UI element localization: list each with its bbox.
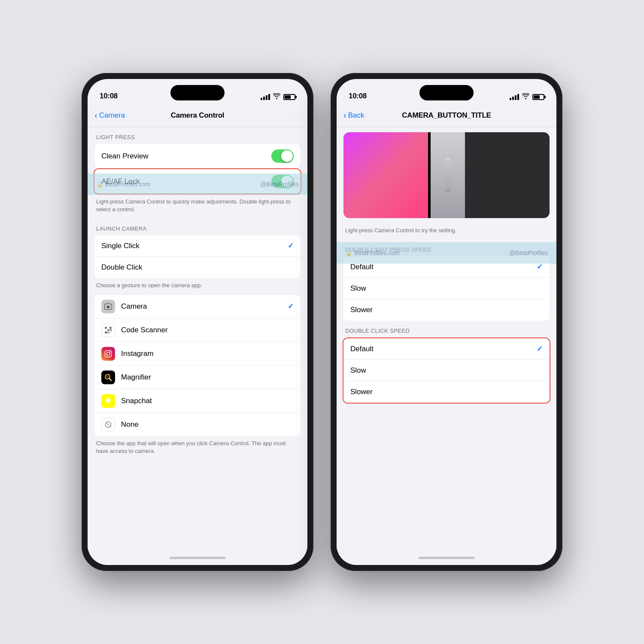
app-row-scanner[interactable]: Code Scanner	[94, 319, 301, 342]
status-icons-1	[261, 93, 295, 100]
nav-bar-2: ‹ Back CAMERA_BUTTON_TITLE	[337, 104, 556, 127]
dlps-default-label: Default	[350, 263, 374, 271]
instagram-app-label: Instagram	[121, 349, 294, 358]
light-press-group: Clean Preview	[94, 144, 301, 168]
aeaf-lock-row[interactable]: AE/AF Lock	[94, 169, 301, 194]
snapchat-app-label: Snapchat	[121, 397, 294, 405]
nav-title-1: Camera Control	[171, 111, 225, 120]
wifi-icon-2	[522, 93, 529, 100]
nav-title-2: CAMERA_BUTTON_TITLE	[402, 111, 491, 120]
app-row-snapchat[interactable]: Snapchat	[94, 389, 301, 413]
preview-pink	[343, 132, 428, 218]
nav-bar-1: ‹ Camera Camera Control	[88, 104, 307, 127]
launch-camera-description: Choose a gesture to open the camera app.	[88, 278, 307, 295]
dcs-default-check: ✓	[537, 344, 543, 353]
instagram-app-icon	[101, 347, 115, 361]
wifi-icon-1	[273, 93, 280, 100]
svg-point-7	[109, 351, 110, 352]
signal-icon-1	[261, 94, 270, 100]
svg-point-0	[107, 305, 110, 308]
back-label-2: Back	[348, 111, 365, 120]
dcs-slower-row[interactable]: Slower	[343, 381, 550, 403]
clean-preview-label: Clean Preview	[101, 152, 149, 161]
section-header-launch-camera: LAUNCH CAMERA	[88, 219, 307, 235]
dlps-slow-row[interactable]: Slow	[343, 278, 550, 299]
phone1: 10:08	[82, 73, 313, 571]
apps-group: Camera ✓ Code	[94, 295, 301, 436]
app-row-magnifier[interactable]: Magnifier	[94, 366, 301, 389]
svg-rect-1	[105, 327, 107, 328]
single-click-label: Single Click	[101, 242, 140, 250]
section-header-dcs: DOUBLE CLICK SPEED	[337, 321, 556, 337]
none-app-icon	[101, 418, 115, 431]
status-time-1: 10:08	[100, 92, 118, 100]
app-row-none[interactable]: None	[94, 413, 301, 436]
magnifier-app-icon	[101, 371, 115, 384]
aeaf-lock-group-highlighted: AE/AF Lock	[94, 168, 301, 194]
double-light-press-group: Default ✓ Slow Slower	[343, 256, 550, 321]
app-row-camera[interactable]: Camera ✓	[94, 295, 301, 319]
double-click-speed-highlighted: Default ✓ Slow Slower	[343, 337, 550, 404]
dcs-default-row[interactable]: Default ✓	[343, 338, 550, 360]
snapchat-app-icon	[101, 394, 115, 408]
status-time-2: 10:08	[349, 92, 367, 100]
preview-caption: Light-press Camera Control to try the se…	[337, 223, 556, 240]
status-icons-2	[510, 93, 544, 100]
section-header-light-press: LIGHT PRESS	[88, 127, 307, 144]
phone2: 10:08	[331, 73, 562, 571]
back-chevron-1: ‹	[94, 111, 97, 119]
svg-rect-4	[107, 329, 109, 331]
double-click-label: Double Click	[101, 263, 142, 272]
none-app-label: None	[121, 420, 294, 429]
home-indicator-2	[337, 550, 556, 565]
back-button-1[interactable]: ‹ Camera	[94, 111, 125, 120]
clean-preview-row[interactable]: Clean Preview	[94, 144, 301, 168]
preview-silver	[431, 132, 465, 218]
single-click-check: ✓	[288, 241, 294, 250]
phone1-content: LIGHT PRESS Clean Preview AE/AF Lock	[88, 127, 307, 550]
dcs-slow-label: Slow	[350, 366, 366, 375]
aeaf-lock-label: AE/AF Lock	[101, 177, 140, 186]
back-label-1: Camera	[99, 111, 125, 120]
back-chevron-2: ‹	[343, 111, 346, 119]
single-click-row[interactable]: Single Click ✓	[94, 235, 301, 257]
double-click-speed-wrapper: Default ✓ Slow Slower	[343, 337, 550, 404]
scanner-app-icon	[101, 323, 115, 337]
apps-description: Choose the app that will open when you c…	[88, 436, 307, 460]
signal-icon-2	[510, 94, 519, 100]
scanner-app-label: Code Scanner	[121, 326, 294, 334]
light-press-description: Light-press Camera Control to quickly ma…	[88, 194, 307, 219]
dcs-default-label: Default	[350, 345, 374, 353]
dlps-default-row[interactable]: Default ✓	[343, 256, 550, 278]
dlps-slower-row[interactable]: Slower	[343, 299, 550, 321]
preview-button	[444, 158, 452, 192]
phone1-screen: 10:08	[88, 79, 307, 565]
magnifier-app-label: Magnifier	[121, 373, 294, 382]
svg-rect-3	[105, 331, 107, 333]
svg-rect-5	[105, 350, 112, 357]
dlps-default-check: ✓	[537, 262, 543, 271]
aeaf-lock-toggle[interactable]	[271, 175, 294, 188]
app-row-instagram[interactable]: Instagram	[94, 342, 301, 366]
phone2-content: Light-press Camera Control to try the se…	[337, 127, 556, 550]
svg-line-9	[109, 378, 111, 380]
dcs-slow-row[interactable]: Slow	[343, 360, 550, 381]
camera-preview	[343, 132, 550, 218]
clean-preview-toggle[interactable]	[271, 149, 294, 163]
dynamic-island-1	[170, 85, 225, 100]
dynamic-island-2	[419, 85, 474, 100]
camera-app-icon	[101, 300, 115, 313]
home-indicator-1	[88, 550, 307, 565]
preview-dark	[465, 132, 550, 218]
dlps-slower-label: Slower	[350, 306, 373, 314]
camera-app-check: ✓	[288, 302, 294, 311]
battery-icon-2	[532, 94, 544, 100]
back-button-2[interactable]: ‹ Back	[343, 111, 364, 120]
svg-point-10	[106, 376, 109, 378]
battery-icon-1	[283, 94, 295, 100]
svg-rect-2	[109, 327, 111, 328]
svg-line-12	[106, 422, 111, 427]
double-click-row[interactable]: Double Click	[94, 257, 301, 278]
dlps-slow-label: Slow	[350, 284, 366, 293]
dcs-slower-label: Slower	[350, 388, 373, 396]
